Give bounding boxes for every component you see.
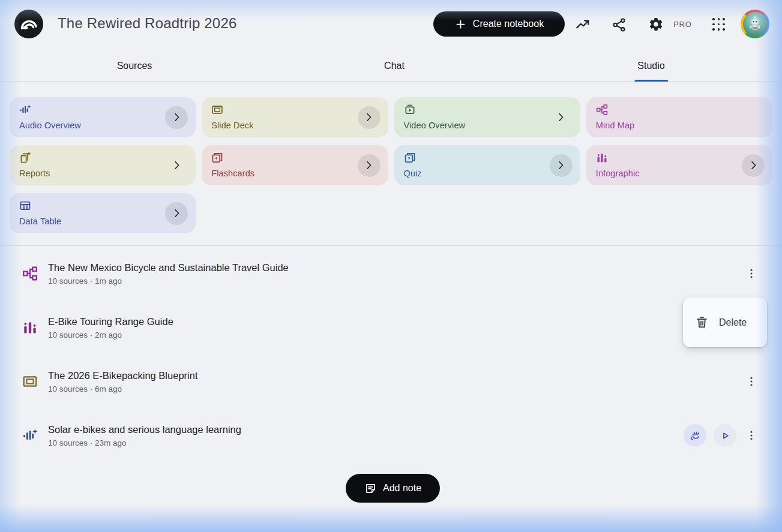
notebook-title[interactable]: The Rewired Roadtrip 2026 (58, 15, 237, 32)
svg-text:?: ? (407, 156, 410, 161)
card-slide-deck[interactable]: Slide Deck (202, 97, 388, 137)
artifact-text: The New Mexico Bicycle and Sustainable T… (48, 262, 289, 285)
create-notebook-label: Create notebook (473, 19, 544, 29)
artifact-row-infographic[interactable]: E-Bike Touring Range Guide 10 sources · … (0, 300, 782, 354)
add-note-label: Add note (383, 483, 421, 494)
tab-bar: Sources Chat Studio (0, 50, 782, 82)
card-audio-overview[interactable]: Audio Overview (10, 97, 196, 137)
artifact-meta: 10 sources · 23m ago (48, 438, 241, 447)
tab-chat[interactable]: Chat (378, 50, 411, 82)
artifact-text: E-Bike Touring Range Guide 10 sources · … (48, 316, 173, 339)
card-infographic[interactable]: Infographic (586, 145, 772, 185)
chevron-right-icon[interactable] (165, 202, 188, 225)
chevron-right-icon[interactable] (550, 106, 573, 129)
share-icon[interactable] (611, 17, 627, 32)
card-data-table[interactable]: Data Table (10, 193, 196, 233)
artifact-title: E-Bike Touring Range Guide (48, 316, 173, 327)
chevron-right-icon[interactable] (550, 154, 573, 177)
artifact-text: The 2026 E-Bikepacking Blueprint 10 sour… (48, 370, 197, 393)
chevron-right-icon[interactable] (165, 106, 188, 129)
card-quiz[interactable]: ? Quiz (394, 145, 580, 185)
audio-waveform-sparkle-icon (22, 428, 38, 443)
play-icon (719, 429, 732, 442)
card-reports[interactable]: Reports (10, 145, 196, 185)
card-label: Mind Map (596, 121, 763, 130)
card-flashcards[interactable]: Flashcards (202, 145, 388, 185)
card-label: Quiz (404, 169, 571, 178)
artifact-title: The 2026 E-Bikepacking Blueprint (48, 370, 197, 381)
card-label: Reports (19, 169, 186, 178)
card-video-overview[interactable]: Video Overview (394, 97, 580, 137)
slide-deck-icon (22, 374, 38, 389)
quiz-icon: ? (404, 152, 416, 164)
infographic-icon (596, 152, 608, 164)
artifact-title: Solar e-bikes and serious language learn… (48, 424, 241, 435)
flashcards-icon (211, 152, 223, 164)
menu-item-label: Delete (719, 317, 747, 328)
analytics-icon[interactable] (575, 17, 591, 32)
add-note-button[interactable]: Add note (346, 474, 440, 503)
card-label: Data Table (19, 217, 186, 226)
artifact-meta: 10 sources · 1m ago (48, 276, 289, 285)
chevron-right-icon[interactable] (358, 154, 380, 177)
artifact-meta: 10 sources · 6m ago (48, 384, 197, 393)
artifact-list: The New Mexico Bicycle and Sustainable T… (0, 247, 782, 462)
notebooklm-app: The Rewired Roadtrip 2026 Create noteboo… (0, 0, 782, 532)
trash-icon (695, 315, 709, 329)
more-options-icon[interactable] (745, 374, 758, 389)
reports-icon (19, 152, 31, 164)
mind-map-icon (596, 104, 608, 116)
plus-icon (454, 18, 467, 31)
mind-map-icon (22, 266, 38, 281)
card-label: Flashcards (211, 169, 378, 178)
settings-icon[interactable] (648, 16, 664, 32)
artifact-meta: 10 sources · 2m ago (48, 330, 173, 339)
notebooklm-logo[interactable] (14, 10, 43, 38)
artifact-row-mind-map[interactable]: The New Mexico Bicycle and Sustainable T… (0, 247, 782, 300)
interactive-mode-button[interactable] (684, 424, 706, 447)
chevron-right-icon[interactable] (742, 154, 765, 177)
menu-item-delete[interactable]: Delete (683, 297, 767, 347)
context-menu: Delete (683, 297, 767, 347)
data-table-icon (19, 200, 31, 212)
chevron-right-icon[interactable] (165, 154, 188, 177)
slide-deck-icon (211, 104, 223, 116)
play-button[interactable] (714, 424, 736, 447)
artifact-row-slide-deck[interactable]: The 2026 E-Bikepacking Blueprint 10 sour… (0, 354, 782, 408)
chevron-right-icon[interactable] (358, 106, 380, 129)
studio-panel: Audio Overview Slide Deck (0, 82, 782, 246)
audio-actions (684, 424, 736, 447)
artifact-row-audio-overview[interactable]: Solar e-bikes and serious language learn… (0, 408, 782, 462)
card-label: Slide Deck (211, 121, 378, 130)
tab-sources[interactable]: Sources (111, 50, 158, 82)
pro-badge: PRO (673, 20, 692, 29)
create-notebook-button[interactable]: Create notebook (433, 11, 565, 37)
artifact-text: Solar e-bikes and serious language learn… (48, 424, 241, 447)
tab-studio[interactable]: Studio (631, 50, 670, 82)
more-options-icon[interactable] (745, 266, 758, 281)
audio-waveform-sparkle-icon (19, 104, 31, 116)
avatar-robot-image (743, 12, 768, 37)
card-label: Audio Overview (19, 121, 186, 130)
account-avatar[interactable] (741, 10, 769, 38)
apps-grid-icon[interactable] (712, 18, 726, 31)
card-mind-map[interactable]: Mind Map (586, 97, 772, 137)
infographic-icon (22, 320, 38, 335)
video-overview-icon (404, 104, 416, 116)
artifact-title: The New Mexico Bicycle and Sustainable T… (48, 262, 289, 273)
note-icon (364, 482, 377, 495)
studio-card-grid: Audio Overview Slide Deck (10, 97, 772, 233)
more-options-icon[interactable] (745, 428, 758, 443)
card-label: Video Overview (404, 121, 571, 130)
waving-hand-icon (689, 429, 702, 442)
card-label: Infographic (596, 169, 763, 178)
